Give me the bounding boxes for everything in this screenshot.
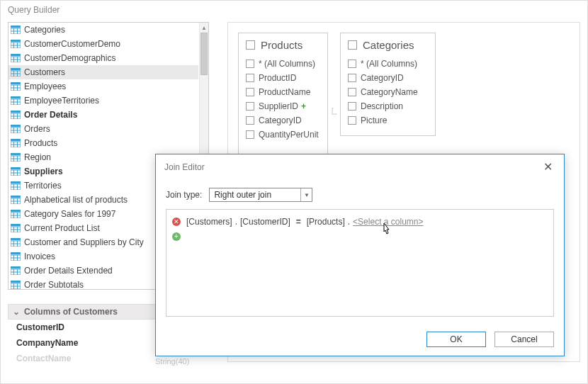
- entity-products-title: Products: [239, 35, 327, 57]
- right-column-placeholder[interactable]: <Select a column>: [353, 217, 423, 227]
- field-row[interactable]: SupplierID+: [239, 99, 327, 113]
- field-row[interactable]: CategoryName: [341, 85, 435, 99]
- checkbox[interactable]: [246, 102, 254, 111]
- operator-token[interactable]: =: [296, 217, 301, 227]
- table-row[interactable]: Products: [9, 136, 198, 150]
- cancel-button[interactable]: Cancel: [494, 332, 554, 347]
- svg-rect-10: [11, 54, 21, 56]
- table-icon: [10, 209, 21, 219]
- field-row[interactable]: QuantityPerUnit: [239, 128, 327, 142]
- table-icon: [10, 25, 21, 35]
- field-label: SupplierID: [259, 101, 298, 111]
- right-table-token[interactable]: [Products]: [307, 217, 345, 227]
- svg-rect-45: [11, 153, 21, 155]
- checkbox[interactable]: [246, 40, 255, 50]
- table-row[interactable]: EmployeeTerritories: [9, 94, 198, 108]
- table-row[interactable]: CustomerCustomerDemo: [9, 37, 198, 51]
- table-label: CustomerCustomerDemo: [24, 39, 120, 49]
- add-condition-row: +: [172, 228, 548, 241]
- field-label: CategoryID: [361, 73, 404, 83]
- table-icon: [10, 166, 21, 176]
- remove-condition-icon[interactable]: ✕: [172, 218, 181, 226]
- checkbox[interactable]: [348, 60, 356, 68]
- table-icon: [10, 252, 21, 261]
- table-label: Customer and Suppliers by City: [24, 237, 144, 247]
- field-label: * (All Columns): [259, 59, 315, 69]
- table-label: Customers: [24, 67, 65, 77]
- entity-categories[interactable]: Categories * (All Columns)CategoryIDCate…: [340, 33, 436, 136]
- add-condition-icon[interactable]: +: [172, 232, 181, 241]
- chevron-down-icon: ⌄: [13, 307, 20, 317]
- table-icon: [10, 237, 21, 247]
- table-label: CustomerDemographics: [24, 53, 115, 63]
- svg-rect-75: [11, 238, 21, 240]
- svg-rect-25: [11, 96, 21, 98]
- field-row[interactable]: ProductID: [239, 71, 327, 85]
- checkbox[interactable]: [246, 88, 254, 96]
- ok-button[interactable]: OK: [426, 332, 486, 347]
- table-row[interactable]: CustomerDemographics: [9, 51, 198, 65]
- table-row[interactable]: Order Details: [9, 108, 198, 122]
- field-label: Picture: [361, 115, 387, 125]
- svg-rect-60: [11, 196, 21, 198]
- close-icon[interactable]: ✕: [541, 160, 555, 174]
- checkbox[interactable]: [348, 116, 356, 125]
- field-row[interactable]: Description: [341, 99, 435, 113]
- table-row[interactable]: Employees: [9, 79, 198, 94]
- svg-rect-40: [11, 139, 21, 141]
- table-icon: [10, 53, 21, 63]
- table-icon: [10, 67, 21, 77]
- entity-products[interactable]: Products * (All Columns)ProductIDProduct…: [238, 33, 328, 164]
- field-row[interactable]: Picture: [341, 113, 435, 128]
- table-label: Current Product List: [24, 223, 100, 233]
- join-type-combo[interactable]: Right outer join ▼: [209, 188, 312, 202]
- field-row[interactable]: CategoryID: [341, 71, 435, 85]
- table-icon: [10, 280, 21, 289]
- scroll-up-button[interactable]: ▲: [200, 23, 208, 33]
- checkbox[interactable]: [348, 74, 356, 82]
- svg-rect-55: [11, 181, 21, 183]
- checkbox[interactable]: [348, 88, 356, 96]
- dialog-body: Join type: Right outer join ▼ ✕ [Custome…: [156, 178, 564, 320]
- checkbox[interactable]: [348, 102, 356, 111]
- svg-rect-90: [11, 281, 21, 283]
- chevron-down-icon[interactable]: ▼: [300, 188, 312, 201]
- field-label: * (All Columns): [361, 59, 417, 69]
- table-label: Order Details Extended: [24, 266, 113, 276]
- join-type-value: Right outer join: [210, 190, 300, 200]
- join-conditions-area: ✕ [Customers] . [CustomerID] = [Products…: [166, 209, 554, 317]
- svg-rect-70: [11, 224, 21, 226]
- table-label: Invoices: [24, 252, 55, 261]
- svg-rect-35: [11, 125, 21, 127]
- field-label: CategoryName: [361, 87, 418, 97]
- table-label: Employees: [24, 81, 66, 91]
- left-column-token[interactable]: [CustomerID]: [240, 217, 290, 227]
- table-icon: [10, 266, 21, 276]
- plus-icon[interactable]: +: [301, 101, 306, 111]
- field-row[interactable]: * (All Columns): [239, 57, 327, 71]
- table-label: Order Details: [24, 110, 77, 120]
- field-label: ProductName: [259, 87, 310, 97]
- checkbox[interactable]: [246, 74, 254, 82]
- checkbox[interactable]: [246, 116, 254, 125]
- table-row[interactable]: Categories: [9, 23, 198, 37]
- table-row[interactable]: Customers: [9, 65, 198, 79]
- svg-rect-85: [11, 266, 21, 269]
- field-row[interactable]: ProductName: [239, 85, 327, 99]
- entity-title-label: Products: [261, 39, 303, 51]
- svg-rect-20: [11, 82, 21, 84]
- left-table-token[interactable]: [Customers]: [186, 217, 232, 227]
- checkbox[interactable]: [246, 60, 254, 68]
- field-row[interactable]: CategoryID: [239, 113, 327, 128]
- svg-rect-80: [11, 252, 21, 254]
- checkbox[interactable]: [348, 40, 357, 50]
- background-faded-text: String(40): [155, 357, 212, 366]
- scroll-thumb[interactable]: [200, 33, 208, 75]
- field-row[interactable]: * (All Columns): [341, 57, 435, 71]
- table-row[interactable]: Orders: [9, 122, 198, 136]
- table-label: Orders: [24, 124, 50, 134]
- checkbox[interactable]: [246, 130, 254, 139]
- join-editor-dialog: Join Editor ✕ Join type: Right outer joi…: [155, 154, 565, 356]
- table-icon: [10, 195, 21, 205]
- field-label: ProductID: [259, 73, 296, 83]
